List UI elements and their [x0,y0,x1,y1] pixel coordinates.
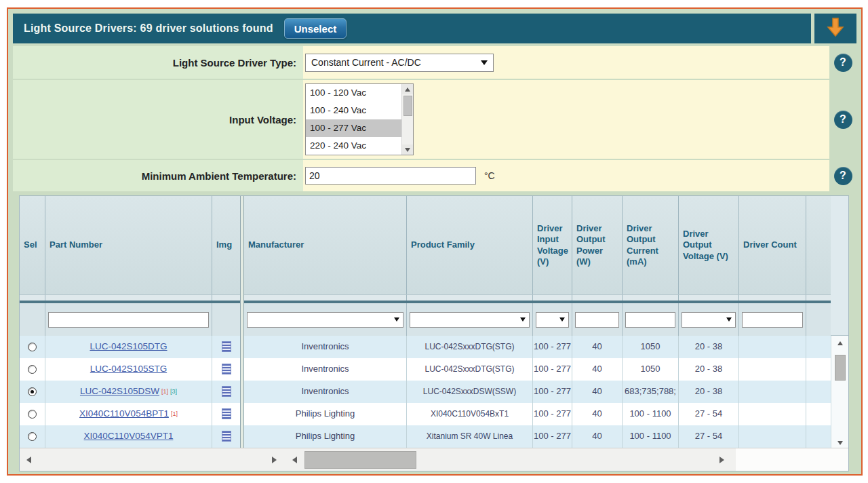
product-family-cell: LUC-042SxxxDTG(STG) [407,336,533,358]
driver-count-cell [739,403,806,425]
help-icon[interactable]: ? [834,167,852,185]
scroll-left-icon[interactable] [26,457,31,463]
driver-count-filter-input[interactable] [742,312,803,328]
chevron-down-icon [520,317,526,322]
driver-count-cell [739,336,806,358]
filler-cell [806,403,831,425]
min-temp-label: Minimum Ambient Temperature: [13,160,303,191]
scroll-down-icon[interactable] [402,144,413,155]
row-radio-button[interactable] [28,343,37,351]
scroll-down-icon[interactable] [837,441,843,445]
image-icon[interactable] [222,408,231,419]
manufacturer-cell: Inventronics [244,336,407,358]
help-icon[interactable]: ? [834,111,852,129]
chevron-down-icon [559,317,565,322]
driver-count-cell [739,381,806,403]
listbox-option[interactable]: 100 - 277 Vac [306,119,401,137]
table-row: InventronicsLUC-042SxxxDTG(STG)100 - 277… [244,336,831,358]
driver-output-current-cell: 100 - 1100 [623,403,679,425]
part-number-link[interactable]: LUC-042S105STG [90,364,167,374]
manufacturer-filter-select[interactable] [247,312,403,328]
filler-cell [806,336,831,358]
image-icon[interactable] [222,341,231,352]
img-cell [212,381,240,403]
input-voltage-filter-select[interactable] [536,312,569,328]
output-current-filter-input[interactable] [625,312,675,328]
part-number-link[interactable]: LUC-042S105DSW [80,386,159,396]
listbox-option[interactable]: 220 - 240 Vac [306,137,401,155]
input-voltage-listbox[interactable]: 100 - 120 Vac 100 - 240 Vac 100 - 277 Va… [305,83,414,155]
min-temp-input[interactable] [305,167,476,185]
column-header-driver-input-voltage[interactable]: Driver Input Voltage (V) [533,196,572,294]
driver-type-select[interactable]: Constant Current - AC/DC [305,54,494,72]
image-icon[interactable] [222,364,231,374]
panel-title: Light Source Drivers: 69 driver solution… [24,22,273,35]
manufacturer-cell: Inventronics [244,381,407,403]
horizontal-scrollbar-band [20,448,848,471]
part-number-link[interactable]: LUC-042S105DTG [90,341,167,351]
scrollbar-thumb[interactable] [304,451,416,469]
results-table: Sel Part Number Img LUC-042S105DTGLUC-04… [19,195,849,471]
chevron-down-icon [481,60,488,65]
manufacturer-cell: Inventronics [244,358,407,381]
collapse-panel-button[interactable] [814,14,856,43]
column-header-manufacturer[interactable]: Manufacturer [244,196,407,294]
column-header-img[interactable]: Img [212,196,240,294]
part-number-annotation: [1] [161,381,168,402]
listbox-option[interactable]: 100 - 120 Vac [306,84,401,102]
column-header-driver-output-current[interactable]: Driver Output Current (mA) [623,196,679,294]
scrollbar-thumb[interactable] [403,96,412,116]
column-header-driver-output-voltage[interactable]: Driver Output Voltage (V) [679,196,739,294]
scroll-right-icon[interactable] [272,457,277,463]
column-header-driver-output-power[interactable]: Driver Output Power (W) [572,196,623,294]
driver-output-voltage-cell: 27 - 54 [679,425,739,448]
driver-search-panel: Light Source Drivers: 69 driver solution… [7,7,863,476]
driver-output-power-cell: 40 [572,381,623,403]
part-number-link[interactable]: XI040C110V054VPT1 [84,431,174,441]
image-icon[interactable] [222,431,231,442]
driver-count-cell [739,425,806,448]
driver-output-power-cell: 40 [572,336,623,358]
output-power-filter-input[interactable] [575,312,619,328]
driver-input-voltage-cell: 100 - 277 [533,358,572,381]
sel-cell [20,381,45,403]
filter-row-min-temp: Minimum Ambient Temperature: °C ? [13,160,856,191]
vertical-scrollbar[interactable] [831,336,848,448]
column-header-product-family[interactable]: Product Family [407,196,533,294]
scroll-right-icon[interactable] [719,457,724,463]
listbox-scrollbar[interactable] [401,84,413,155]
column-header-part-number[interactable]: Part Number [45,196,212,294]
unselect-button[interactable]: Unselect [284,18,347,39]
column-header-driver-count[interactable]: Driver Count [739,196,806,294]
image-icon[interactable] [222,386,231,397]
scroll-left-icon[interactable] [292,457,297,463]
output-voltage-filter-select[interactable] [682,312,736,328]
part-number-cell: LUC-042S105STG [45,358,212,381]
row-radio-button[interactable] [28,365,37,374]
row-radio-button[interactable] [28,432,37,441]
listbox-option[interactable]: 100 - 240 Vac [306,102,401,119]
help-icon[interactable]: ? [834,54,852,72]
table-row: LUC-042S105DTG [20,336,240,358]
driver-input-voltage-cell: 100 - 277 [533,425,572,448]
down-arrow-icon [827,17,844,40]
part-number-filter-input[interactable] [48,312,209,328]
scrollbar-thumb[interactable] [835,355,846,381]
sel-cell [20,336,45,358]
column-header-sel[interactable]: Sel [20,196,45,294]
product-family-cell: LUC-042SxxxDSW(SSW) [407,381,533,403]
row-radio-button[interactable] [28,410,37,419]
scroll-up-icon[interactable] [402,84,413,94]
img-cell [212,336,240,358]
product-family-filter-select[interactable] [410,312,530,328]
filler-cell [806,358,831,381]
part-number-link[interactable]: XI040C110V054BPT1 [79,408,169,419]
product-family-cell: Xitanium SR 40W Linea [407,425,533,448]
driver-type-selected-value: Constant Current - AC/DC [311,57,421,68]
driver-output-voltage-cell: 20 - 38 [679,381,739,403]
driver-output-voltage-cell: 20 - 38 [679,358,739,381]
driver-output-power-cell: 40 [572,403,623,425]
scroll-up-icon[interactable] [837,341,843,345]
row-radio-button[interactable] [28,387,37,396]
driver-count-cell [739,358,806,381]
